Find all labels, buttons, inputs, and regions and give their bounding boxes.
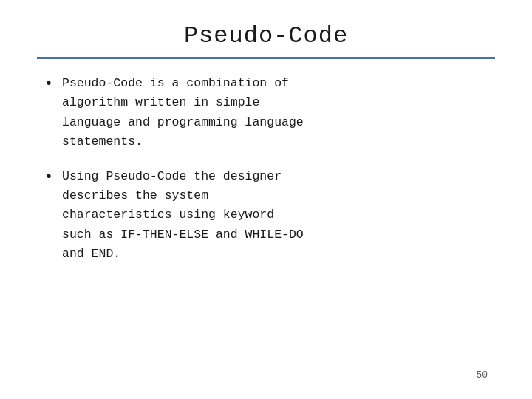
slide: Pseudo-Code • Pseudo-Code is a combinati… (0, 0, 532, 399)
title-divider (37, 57, 495, 59)
content-area: • Pseudo-Code is a combination ofalgorit… (37, 74, 495, 369)
bullet-text-1: Pseudo-Code is a combination ofalgorithm… (62, 74, 304, 152)
bullet-dot-2: • (44, 168, 53, 185)
bullet-text-2: Using Pseudo-Code the designerdescribes … (62, 167, 304, 265)
bullet-dot-1: • (44, 75, 53, 92)
bullet-item-1: • Pseudo-Code is a combination ofalgorit… (44, 74, 488, 152)
bullet-item-2: • Using Pseudo-Code the designerdescribe… (44, 167, 488, 265)
slide-title: Pseudo-Code (37, 22, 495, 50)
title-area: Pseudo-Code (37, 22, 495, 50)
page-number: 50 (476, 369, 488, 381)
footer: 50 (37, 369, 495, 384)
